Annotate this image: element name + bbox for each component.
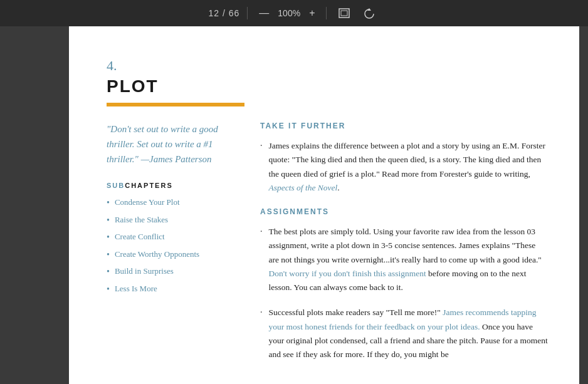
aspects-link[interactable]: Aspects of the Novel — [269, 183, 338, 192]
bullet-icon: • — [107, 214, 110, 227]
subchapters-list: • Condense Your Plot • Raise the Stakes … — [107, 197, 241, 296]
zoom-group: — 100% + — [255, 5, 318, 21]
page-navigation-group: 12 / 66 — [209, 8, 240, 18]
assignment-text-1: The best plots are simply told. Using yo… — [269, 225, 549, 294]
sub-dark: CHAPTERS — [125, 182, 173, 189]
list-item: • Raise the Stakes — [107, 214, 241, 227]
zoom-out-icon: — — [259, 8, 269, 19]
page-separator: / — [223, 8, 229, 18]
fit-page-button[interactable] — [334, 5, 354, 21]
zoom-in-button[interactable]: + — [305, 5, 318, 21]
svg-rect-1 — [341, 11, 347, 16]
zoom-level: 100% — [278, 8, 300, 18]
chapter-number: 4. — [107, 58, 548, 74]
view-controls-group — [334, 5, 379, 21]
list-item: • Build in Surprises — [107, 266, 241, 278]
author-quote: "Don't set out to write a good thriller.… — [107, 122, 241, 167]
subchapter-link-less[interactable]: Less Is More — [115, 283, 157, 294]
assignments-section: ASSIGNMENTS · The best plots are simply … — [260, 207, 548, 361]
separator-2 — [326, 7, 327, 19]
left-column: "Don't set out to write a good thriller.… — [107, 122, 241, 373]
rotate-button[interactable] — [359, 5, 379, 21]
yellow-accent-bar — [107, 103, 244, 106]
page-indicator: 12 / 66 — [209, 8, 240, 18]
bullet-icon: • — [107, 197, 110, 209]
toolbar: 12 / 66 — 100% + — [0, 0, 588, 26]
bullet-icon: • — [107, 283, 110, 296]
rotate-icon — [363, 8, 375, 19]
bullet-icon: • — [107, 266, 110, 278]
take-it-further-item: · James explains the difference between … — [260, 139, 548, 195]
assignment-text-2: Successful plots make readers say "Tell … — [269, 306, 549, 361]
assignment-link-2: James recommends tapping your most hones… — [269, 308, 537, 331]
separator-1 — [247, 7, 248, 19]
chapter-title: PLOT — [107, 76, 548, 96]
subchapter-link-opponents[interactable]: Create Worthy Opponents — [115, 249, 199, 260]
bullet-dot-icon: · — [260, 139, 263, 152]
bullet-dot-icon: · — [260, 225, 263, 238]
subchapters-heading: SUBCHAPTERS — [107, 182, 241, 189]
svg-rect-0 — [339, 9, 349, 18]
page-content: 4. PLOT "Don't set out to write a good t… — [69, 26, 579, 384]
sub-blue: SUB — [107, 182, 125, 189]
list-item: • Create Worthy Opponents — [107, 249, 241, 261]
assignment-item-1: · The best plots are simply told. Using … — [260, 225, 548, 294]
bullet-dot-icon: · — [260, 306, 263, 319]
fit-icon — [338, 8, 350, 19]
bullet-icon: • — [107, 249, 110, 261]
left-gutter — [0, 26, 69, 384]
assignment-link-1: Don't worry if you don't finish this ass… — [269, 269, 426, 278]
zoom-in-icon: + — [309, 8, 315, 19]
subchapter-link-surprises[interactable]: Build in Surprises — [115, 266, 174, 277]
assignment-item-2: · Successful plots make readers say "Tel… — [260, 306, 548, 361]
two-column-layout: "Don't set out to write a good thriller.… — [107, 122, 548, 373]
subchapter-link-condense[interactable]: Condense Your Plot — [115, 197, 180, 208]
right-gutter — [579, 26, 588, 384]
assignments-heading: ASSIGNMENTS — [260, 207, 548, 216]
take-it-further-text: James explains the difference between a … — [269, 139, 549, 195]
bullet-icon: • — [107, 231, 110, 244]
list-item: • Less Is More — [107, 283, 241, 296]
subchapter-link-raise[interactable]: Raise the Stakes — [115, 214, 168, 226]
page-current: 12 — [209, 8, 220, 18]
right-column: TAKE IT FURTHER · James explains the dif… — [260, 122, 548, 373]
zoom-out-button[interactable]: — — [255, 5, 273, 21]
take-it-further-heading: TAKE IT FURTHER — [260, 122, 548, 130]
list-item: • Condense Your Plot — [107, 197, 241, 209]
list-item: • Create Conflict — [107, 231, 241, 244]
page-total: 66 — [229, 8, 240, 18]
subchapter-link-conflict[interactable]: Create Conflict — [115, 231, 165, 242]
main-area: 4. PLOT "Don't set out to write a good t… — [0, 26, 588, 384]
